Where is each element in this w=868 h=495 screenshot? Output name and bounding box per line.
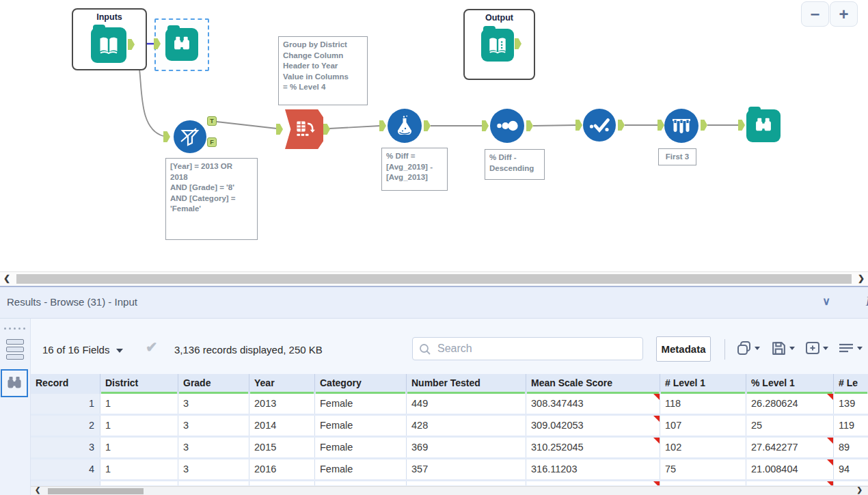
results-data-grid: Record District Grade Year Category Numb… <box>31 374 868 495</box>
formula-tool[interactable] <box>388 109 422 143</box>
column-header-level2-count[interactable]: # Le <box>834 374 868 394</box>
results-panel: Results - Browse (31) - Input ∨ I 16 of … <box>0 286 868 495</box>
search-box <box>412 337 643 360</box>
drag-handle-icon[interactable] <box>4 327 27 330</box>
sample-annotation[interactable]: First 3 <box>658 148 696 165</box>
sort-annotation[interactable]: % Diff - Descending <box>485 149 545 180</box>
sidebar-browse-tab[interactable] <box>1 369 28 397</box>
collapse-chevron-icon[interactable]: ∨ <box>822 295 830 308</box>
table-cell: 2013 <box>249 394 315 414</box>
column-header-number-tested[interactable]: Number Tested <box>407 374 526 394</box>
grid-scrollbar-thumb[interactable] <box>48 488 144 494</box>
save-dropdown-button[interactable] <box>770 340 795 357</box>
column-header-year[interactable]: Year <box>249 374 315 394</box>
zoom-in-button[interactable]: + <box>830 1 858 27</box>
chevron-down-icon <box>789 347 795 350</box>
column-header-district[interactable]: District <box>100 374 178 394</box>
filter-funnel-icon <box>180 126 200 147</box>
table-cell: 2015 <box>249 438 315 457</box>
table-cell: 1 <box>100 438 178 457</box>
canvas-horizontal-scrollbar[interactable]: ❮ ❯ <box>0 271 868 286</box>
table-cell: Female <box>315 394 407 414</box>
wire-filter-to-crosstab[interactable] <box>217 122 277 129</box>
copy-icon <box>736 340 752 356</box>
copy-dropdown-button[interactable] <box>736 340 760 356</box>
quality-flag-icon <box>653 416 660 422</box>
menu-lines-icon <box>837 340 855 356</box>
chevron-down-icon <box>116 349 123 353</box>
table-cell: 21.008404 <box>746 459 834 479</box>
menu-dropdown-button[interactable] <box>837 340 863 356</box>
table-row: 2 1 3 2014 Female 428 309.042053 107 25 … <box>31 416 868 438</box>
table-cell: 94 <box>834 459 868 479</box>
results-toolbar: 16 of 16 Fields ✔ 3,136 records displaye… <box>31 319 868 374</box>
browse-output-tool[interactable] <box>746 109 781 142</box>
output-container-label: Output <box>465 13 534 23</box>
canvas-scrollbar-thumb[interactable] <box>16 274 852 284</box>
filter-annotation[interactable]: [Year] = 2013 OR 2018 AND [Grade] = '8' … <box>165 158 258 240</box>
browse-tool-selected[interactable] <box>165 28 198 61</box>
fields-dropdown[interactable]: 16 of 16 Fields <box>42 344 123 356</box>
table-cell: 119 <box>834 416 868 436</box>
wire-sort-to-select[interactable] <box>533 125 576 126</box>
table-cell: 75 <box>660 459 746 479</box>
column-header-level1-count[interactable]: # Level 1 <box>660 374 746 394</box>
column-header-category[interactable]: Category <box>315 374 407 394</box>
table-cell: 27.642277 <box>746 438 834 457</box>
chevron-down-icon <box>823 347 828 350</box>
table-row: 3 1 3 2015 Female 369 310.252045 102 27.… <box>31 438 868 459</box>
records-summary: 3,136 records displayed, 250 KB <box>174 344 323 356</box>
column-header-record[interactable]: Record <box>31 374 100 394</box>
fields-summary: 16 of 16 Fields <box>42 344 109 356</box>
formula-annotation[interactable]: % Diff = [Avg_2019] - [Avg_2013] <box>381 148 448 191</box>
search-input[interactable] <box>436 339 634 358</box>
record-cell: 4 <box>31 459 100 479</box>
input-data-tool[interactable] <box>91 27 126 63</box>
output-data-tool[interactable] <box>481 29 514 62</box>
scroll-left-icon[interactable]: ❮ <box>3 273 10 283</box>
table-cell: 449 <box>407 394 526 414</box>
quality-flag-icon <box>827 459 833 466</box>
crosstab-table-icon <box>296 120 316 139</box>
saved-check-icon: ✔ <box>146 339 158 356</box>
table-cell: 107 <box>660 416 746 436</box>
add-to-new-dropdown-button[interactable] <box>804 340 828 356</box>
open-book-icon <box>97 34 120 57</box>
record-cell: 2 <box>31 416 100 436</box>
wire-crosstab-to-formula[interactable] <box>329 126 380 129</box>
column-header-grade[interactable]: Grade <box>178 374 249 394</box>
scroll-right-icon[interactable]: ❯ <box>858 273 865 283</box>
scroll-right-icon[interactable]: ❯ <box>857 486 863 494</box>
table-cell: 3 <box>178 416 249 436</box>
column-header-level1-pct[interactable]: % Level 1 <box>746 374 834 394</box>
sample-tool[interactable] <box>664 109 699 143</box>
scroll-left-icon[interactable]: ❮ <box>35 486 40 494</box>
grid-horizontal-scrollbar[interactable]: ❮ ❯ <box>31 486 868 495</box>
column-header-mean-scale-score[interactable]: Mean Scale Score <box>526 374 660 394</box>
binoculars-icon <box>4 374 25 393</box>
table-cell: 357 <box>407 459 526 479</box>
table-cell: 1 <box>100 394 178 414</box>
table-cell: 26.280624 <box>746 394 834 414</box>
table-cell: 102 <box>660 438 746 457</box>
record-cell: 3 <box>31 438 100 457</box>
metadata-button[interactable]: Metadata <box>656 336 711 362</box>
binoculars-icon <box>171 34 193 55</box>
crosstab-annotation[interactable]: Group by District Change Column Header t… <box>278 36 368 105</box>
search-icon <box>419 343 431 356</box>
open-book-dots-icon <box>487 34 508 56</box>
quality-flag-icon <box>653 438 660 444</box>
config-view-icon[interactable] <box>6 339 24 362</box>
workflow-canvas[interactable]: Inputs <box>0 0 868 271</box>
results-titlebar[interactable]: Results - Browse (31) - Input ∨ I <box>0 287 868 319</box>
filter-true-anchor[interactable]: T <box>207 116 217 126</box>
plus-icon: + <box>839 6 848 23</box>
filter-false-anchor[interactable]: F <box>207 137 217 147</box>
sort-tool[interactable] <box>490 109 524 143</box>
filter-tool[interactable] <box>174 120 206 153</box>
select-tool[interactable] <box>583 109 616 142</box>
table-cell: 2016 <box>249 459 315 479</box>
chevron-down-icon <box>857 347 863 350</box>
table-cell: 2014 <box>249 416 315 436</box>
zoom-out-button[interactable]: − <box>801 1 829 27</box>
